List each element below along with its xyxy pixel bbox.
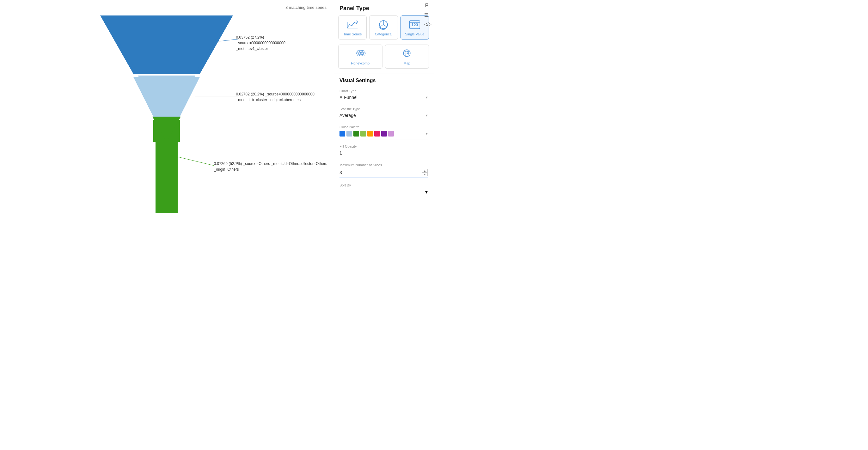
sort-by-group: Sort By ▾ (333, 181, 434, 200)
panel-top-icons: 🖥 ☰ </> (424, 3, 431, 28)
annotation-1-value: 0.03752 (27.2%) (236, 34, 285, 40)
svg-marker-21 (360, 54, 362, 56)
svg-text:123: 123 (411, 23, 418, 27)
funnel-chart[interactable]: 0.03752 (27.2%) _source=0000000000000000… (100, 15, 233, 218)
color-swatch-4 (360, 131, 366, 136)
svg-marker-13 (358, 50, 360, 52)
fill-opacity-input[interactable]: 1 (340, 151, 428, 156)
statistic-type-value: Average (340, 113, 356, 118)
fill-opacity-group: Fill Opacity 1 (333, 142, 434, 161)
honeycomb-icon (354, 48, 367, 59)
statistic-type-chevron: ▾ (426, 113, 428, 118)
color-swatch-7 (381, 131, 387, 136)
monitor-icon[interactable]: 🖥 (424, 3, 431, 8)
statistic-type-select[interactable]: Average ▾ (340, 113, 428, 120)
annotation-3: 0.07269 (52.7%) _source=Others _metricId… (214, 161, 328, 172)
panel-type-categorical[interactable]: Categorical (369, 15, 398, 39)
sort-by-chevron: ▾ (425, 189, 428, 195)
svg-marker-22 (362, 54, 364, 56)
color-swatch-1 (340, 131, 345, 136)
color-swatch-8 (388, 131, 394, 136)
max-slices-down[interactable]: ▼ (422, 172, 428, 176)
panel-type-time-series[interactable]: Time Series (338, 15, 367, 39)
funnel-lightblue[interactable] (138, 75, 195, 115)
svg-line-29 (407, 52, 408, 54)
panel-type-honeycomb[interactable]: Honeycomb (338, 44, 382, 69)
annotation-1: 0.03752 (27.2%) _source=0000000000000000… (236, 34, 285, 52)
max-slices-group: Maximum Number of Slices ▲ ▼ (333, 161, 434, 181)
panel-type-grid-row1: Time Series Categorical 123 Single Value (333, 15, 434, 44)
funnel-svg (100, 15, 233, 218)
categorical-icon (377, 19, 390, 30)
color-palette-label: Color Palette (340, 125, 428, 129)
list-icon[interactable]: ☰ (424, 12, 431, 18)
max-slices-stepper: ▲ ▼ (422, 169, 428, 176)
statistic-type-group: Statistic Type Average ▾ (333, 105, 434, 123)
svg-marker-17 (359, 52, 361, 54)
panel-type-grid-row2: Honeycomb Map (333, 44, 434, 74)
svg-marker-16 (356, 52, 359, 54)
statistic-type-label: Statistic Type (340, 107, 428, 111)
max-slices-up[interactable]: ▲ (422, 169, 428, 172)
panel-type-map[interactable]: Map (385, 44, 429, 69)
code-icon[interactable]: </> (424, 22, 431, 28)
svg-marker-15 (362, 50, 364, 52)
color-palette-chevron: ▾ (426, 131, 428, 136)
sort-by-select[interactable]: ▾ (340, 189, 428, 197)
annotation-2-value: 0.02782 (20.2%) _source=0000000000000000 (236, 91, 315, 97)
svg-marker-20 (358, 54, 360, 56)
visual-settings-header: Visual Settings (333, 74, 434, 87)
chart-type-label: Chart Type (340, 89, 428, 93)
funnel-blue[interactable] (103, 15, 230, 74)
annotation-3-value: 0.07269 (52.7%) _source=Others _metricId… (214, 161, 328, 166)
funnel-container: 0.03752 (27.2%) _source=0000000000000000… (6, 12, 327, 218)
matching-series-label: 8 matching time series (6, 5, 327, 10)
honeycomb-label: Honeycomb (351, 61, 370, 65)
color-swatch-2 (346, 131, 352, 136)
time-series-label: Time Series (343, 32, 362, 36)
annotation-2: 0.02782 (20.2%) _source=0000000000000000… (236, 91, 315, 103)
map-icon (401, 48, 413, 59)
single-value-icon: 123 (408, 19, 421, 30)
chart-type-group: Chart Type ≡ Funnel ▾ (333, 87, 434, 105)
right-panel: 🖥 ☰ </> Panel Type Time Series Categoric… (333, 0, 434, 225)
chart-area: 8 matching time series (0, 0, 333, 225)
color-palette-group: Color Palette ▾ (333, 123, 434, 142)
max-slices-input[interactable] (340, 170, 359, 175)
funnel-green-stem (156, 140, 178, 213)
categorical-label: Categorical (375, 32, 393, 36)
fill-opacity-label: Fill Opacity (340, 144, 428, 148)
panel-type-header: Panel Type (333, 0, 434, 15)
svg-marker-19 (363, 52, 365, 54)
color-swatch-5 (367, 131, 373, 136)
annotation-1-source: _source=0000000000000000 (236, 40, 285, 46)
map-label: Map (404, 61, 410, 65)
svg-point-28 (407, 51, 409, 53)
annotation-3-origin: _origin=Others (214, 166, 328, 172)
color-swatch-3 (353, 131, 359, 136)
chart-type-select[interactable]: ≡ Funnel ▾ (340, 95, 428, 102)
chart-type-value: ≡ Funnel (340, 95, 358, 100)
time-series-icon (346, 19, 359, 30)
sort-by-label: Sort By (340, 183, 428, 187)
chart-type-chevron: ▾ (426, 95, 428, 100)
color-swatch-6 (374, 131, 380, 136)
color-palette-row[interactable]: ▾ (340, 131, 428, 139)
max-slices-input-wrap: ▲ ▼ (340, 169, 428, 178)
fill-opacity-input-wrap: 1 (340, 150, 428, 158)
max-slices-label: Maximum Number of Slices (340, 163, 428, 167)
svg-marker-14 (360, 50, 362, 52)
single-value-label: Single Value (405, 32, 424, 36)
annotation-1-metr: _metr...ev1_cluster (236, 46, 285, 52)
svg-marker-18 (361, 52, 363, 54)
annotation-2-metr: _metr...t_b_cluster _origin=kubernetes (236, 97, 315, 103)
